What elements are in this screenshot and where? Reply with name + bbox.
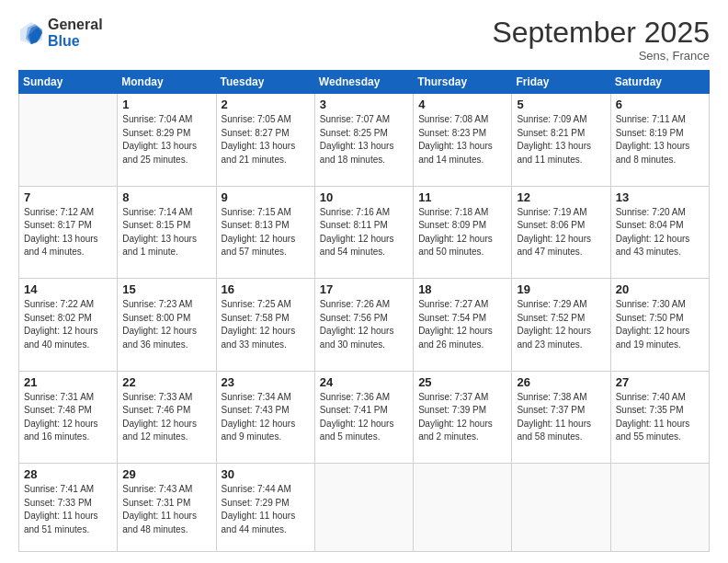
- header-thursday: Thursday: [414, 71, 512, 94]
- day-info: Sunrise: 7:29 AMSunset: 7:52 PMDaylight:…: [517, 298, 605, 351]
- table-row: 27Sunrise: 7:40 AMSunset: 7:35 PMDayligh…: [610, 371, 709, 463]
- table-row: [512, 464, 610, 552]
- day-info: Sunrise: 7:23 AMSunset: 8:00 PMDaylight:…: [122, 298, 210, 351]
- table-row: 17Sunrise: 7:26 AMSunset: 7:56 PMDayligh…: [314, 279, 413, 371]
- day-info: Sunrise: 7:05 AMSunset: 8:27 PMDaylight:…: [222, 113, 310, 167]
- day-number: 8: [122, 190, 210, 204]
- location: Sens, France: [492, 49, 710, 63]
- table-row: 18Sunrise: 7:27 AMSunset: 7:54 PMDayligh…: [414, 279, 512, 371]
- logo-icon: [18, 20, 44, 46]
- day-number: 26: [517, 375, 605, 389]
- header-monday: Monday: [118, 71, 216, 94]
- day-number: 28: [24, 467, 112, 481]
- table-row: 23Sunrise: 7:34 AMSunset: 7:43 PMDayligh…: [216, 371, 314, 463]
- day-number: 14: [24, 282, 112, 296]
- table-row: 3Sunrise: 7:07 AMSunset: 8:25 PMDaylight…: [314, 94, 413, 186]
- day-number: 17: [320, 282, 408, 296]
- title-block: September 2025 Sens, France: [492, 17, 710, 63]
- day-number: 22: [122, 375, 210, 389]
- day-info: Sunrise: 7:34 AMSunset: 7:43 PMDaylight:…: [222, 391, 310, 444]
- table-row: [414, 464, 512, 552]
- day-info: Sunrise: 7:22 AMSunset: 8:02 PMDaylight:…: [24, 298, 112, 351]
- month-title: September 2025: [492, 17, 710, 49]
- day-number: 13: [616, 190, 704, 204]
- day-info: Sunrise: 7:31 AMSunset: 7:48 PMDaylight:…: [24, 391, 112, 444]
- table-row: 14Sunrise: 7:22 AMSunset: 8:02 PMDayligh…: [19, 279, 118, 371]
- table-row: 6Sunrise: 7:11 AMSunset: 8:19 PMDaylight…: [610, 94, 709, 186]
- table-row: 13Sunrise: 7:20 AMSunset: 8:04 PMDayligh…: [610, 186, 709, 278]
- day-info: Sunrise: 7:08 AMSunset: 8:23 PMDaylight:…: [418, 113, 506, 167]
- calendar-week-row: 7Sunrise: 7:12 AMSunset: 8:17 PMDaylight…: [19, 186, 710, 278]
- day-info: Sunrise: 7:41 AMSunset: 7:33 PMDaylight:…: [24, 483, 112, 536]
- day-number: 11: [418, 190, 506, 204]
- day-info: Sunrise: 7:15 AMSunset: 8:13 PMDaylight:…: [222, 206, 310, 259]
- calendar-week-row: 14Sunrise: 7:22 AMSunset: 8:02 PMDayligh…: [19, 279, 710, 371]
- day-number: 24: [320, 375, 408, 389]
- day-info: Sunrise: 7:27 AMSunset: 7:54 PMDaylight:…: [418, 298, 506, 351]
- table-row: 21Sunrise: 7:31 AMSunset: 7:48 PMDayligh…: [19, 371, 118, 463]
- day-number: 6: [616, 98, 704, 111]
- day-info: Sunrise: 7:18 AMSunset: 8:09 PMDaylight:…: [418, 206, 506, 259]
- day-info: Sunrise: 7:07 AMSunset: 8:25 PMDaylight:…: [320, 113, 408, 167]
- day-number: 30: [222, 467, 310, 481]
- day-number: 21: [24, 375, 112, 389]
- day-number: 1: [122, 98, 210, 111]
- day-info: Sunrise: 7:37 AMSunset: 7:39 PMDaylight:…: [418, 391, 506, 444]
- calendar-table: Sunday Monday Tuesday Wednesday Thursday…: [18, 70, 710, 552]
- table-row: 28Sunrise: 7:41 AMSunset: 7:33 PMDayligh…: [19, 464, 118, 552]
- table-row: 1Sunrise: 7:04 AMSunset: 8:29 PMDaylight…: [118, 94, 216, 186]
- table-row: 30Sunrise: 7:44 AMSunset: 7:29 PMDayligh…: [216, 464, 314, 552]
- logo-blue: Blue: [48, 33, 103, 50]
- header-saturday: Saturday: [610, 71, 709, 94]
- page-header: General Blue September 2025 Sens, France: [18, 17, 710, 63]
- day-info: Sunrise: 7:40 AMSunset: 7:35 PMDaylight:…: [616, 391, 704, 444]
- header-tuesday: Tuesday: [216, 71, 314, 94]
- table-row: 24Sunrise: 7:36 AMSunset: 7:41 PMDayligh…: [314, 371, 413, 463]
- day-info: Sunrise: 7:26 AMSunset: 7:56 PMDaylight:…: [320, 298, 408, 351]
- table-row: 29Sunrise: 7:43 AMSunset: 7:31 PMDayligh…: [118, 464, 216, 552]
- table-row: 15Sunrise: 7:23 AMSunset: 8:00 PMDayligh…: [118, 279, 216, 371]
- table-row: 12Sunrise: 7:19 AMSunset: 8:06 PMDayligh…: [512, 186, 610, 278]
- table-row: 26Sunrise: 7:38 AMSunset: 7:37 PMDayligh…: [512, 371, 610, 463]
- table-row: 2Sunrise: 7:05 AMSunset: 8:27 PMDaylight…: [216, 94, 314, 186]
- day-number: 12: [517, 190, 605, 204]
- day-info: Sunrise: 7:30 AMSunset: 7:50 PMDaylight:…: [616, 298, 704, 351]
- calendar-week-row: 1Sunrise: 7:04 AMSunset: 8:29 PMDaylight…: [19, 94, 710, 186]
- logo-text: General Blue: [48, 17, 103, 49]
- table-row: 20Sunrise: 7:30 AMSunset: 7:50 PMDayligh…: [610, 279, 709, 371]
- day-number: 20: [616, 282, 704, 296]
- day-number: 15: [122, 282, 210, 296]
- table-row: 10Sunrise: 7:16 AMSunset: 8:11 PMDayligh…: [314, 186, 413, 278]
- day-info: Sunrise: 7:09 AMSunset: 8:21 PMDaylight:…: [517, 113, 605, 167]
- table-row: 25Sunrise: 7:37 AMSunset: 7:39 PMDayligh…: [414, 371, 512, 463]
- day-info: Sunrise: 7:20 AMSunset: 8:04 PMDaylight:…: [616, 206, 704, 259]
- table-row: [610, 464, 709, 552]
- day-info: Sunrise: 7:11 AMSunset: 8:19 PMDaylight:…: [616, 113, 704, 167]
- day-number: 10: [320, 190, 408, 204]
- day-number: 23: [222, 375, 310, 389]
- day-info: Sunrise: 7:36 AMSunset: 7:41 PMDaylight:…: [320, 391, 408, 444]
- day-number: 19: [517, 282, 605, 296]
- day-number: 29: [122, 467, 210, 481]
- day-info: Sunrise: 7:33 AMSunset: 7:46 PMDaylight:…: [122, 391, 210, 444]
- day-info: Sunrise: 7:04 AMSunset: 8:29 PMDaylight:…: [122, 113, 210, 167]
- day-info: Sunrise: 7:25 AMSunset: 7:58 PMDaylight:…: [222, 298, 310, 351]
- day-info: Sunrise: 7:19 AMSunset: 8:06 PMDaylight:…: [517, 206, 605, 259]
- day-info: Sunrise: 7:16 AMSunset: 8:11 PMDaylight:…: [320, 206, 408, 259]
- table-row: 7Sunrise: 7:12 AMSunset: 8:17 PMDaylight…: [19, 186, 118, 278]
- table-row: 9Sunrise: 7:15 AMSunset: 8:13 PMDaylight…: [216, 186, 314, 278]
- table-row: [314, 464, 413, 552]
- calendar-week-row: 21Sunrise: 7:31 AMSunset: 7:48 PMDayligh…: [19, 371, 710, 463]
- day-number: 16: [222, 282, 310, 296]
- table-row: 4Sunrise: 7:08 AMSunset: 8:23 PMDaylight…: [414, 94, 512, 186]
- table-row: 22Sunrise: 7:33 AMSunset: 7:46 PMDayligh…: [118, 371, 216, 463]
- table-row: 19Sunrise: 7:29 AMSunset: 7:52 PMDayligh…: [512, 279, 610, 371]
- day-info: Sunrise: 7:14 AMSunset: 8:15 PMDaylight:…: [122, 206, 210, 259]
- day-number: 5: [517, 98, 605, 111]
- day-info: Sunrise: 7:44 AMSunset: 7:29 PMDaylight:…: [222, 483, 310, 536]
- table-row: 5Sunrise: 7:09 AMSunset: 8:21 PMDaylight…: [512, 94, 610, 186]
- header-friday: Friday: [512, 71, 610, 94]
- table-row: 11Sunrise: 7:18 AMSunset: 8:09 PMDayligh…: [414, 186, 512, 278]
- table-row: 8Sunrise: 7:14 AMSunset: 8:15 PMDaylight…: [118, 186, 216, 278]
- header-sunday: Sunday: [19, 71, 118, 94]
